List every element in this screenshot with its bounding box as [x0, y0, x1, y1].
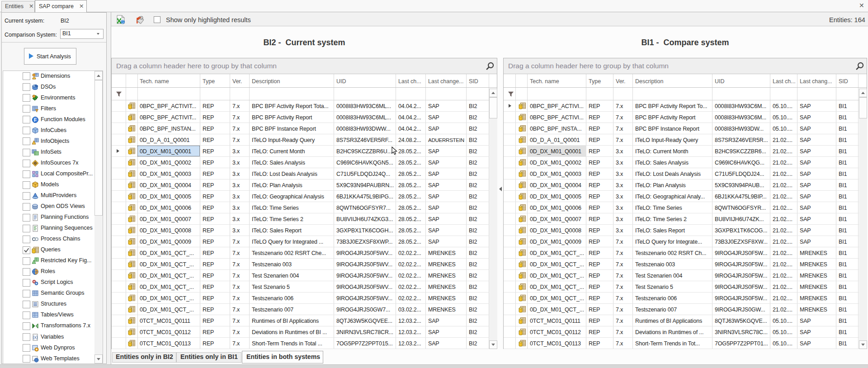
svg-text:(x): (x): [33, 335, 38, 340]
svg-text:F: F: [34, 118, 37, 123]
